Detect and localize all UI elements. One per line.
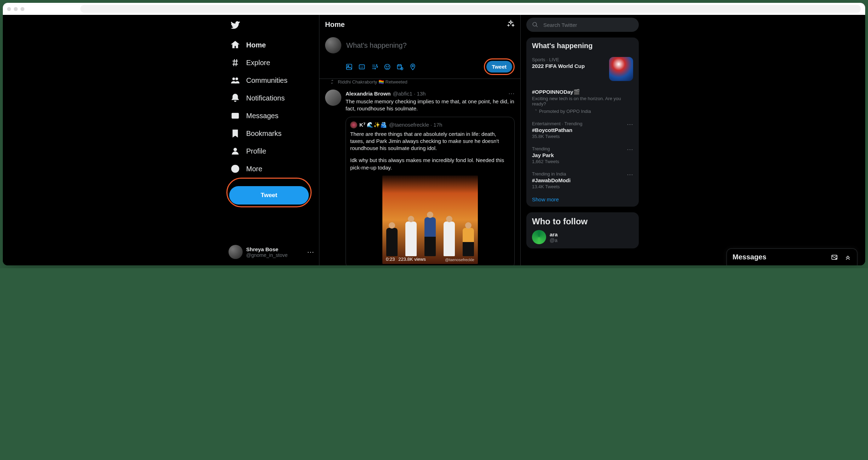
gif-icon[interactable]: GIF — [358, 63, 365, 70]
quote-video-thumbnail[interactable]: 0:23 223.8K views @taenosefreckle — [382, 176, 478, 264]
trend-more-button[interactable]: ⋯ — [627, 171, 633, 178]
sidebar-item-label: Messages — [246, 112, 278, 120]
account-handle: @gnome_in_stove — [246, 252, 288, 258]
location-icon[interactable] — [409, 63, 416, 70]
zoom-dot[interactable] — [21, 7, 24, 11]
browser-window: Home Explore Communities Notifications M… — [3, 3, 865, 265]
twitter-logo[interactable] — [226, 18, 316, 36]
trend-item[interactable]: Entertainment · Trending #BoycottPathan … — [532, 117, 633, 143]
sidebar-item-notifications[interactable]: Notifications — [226, 89, 316, 107]
svg-point-20 — [412, 65, 413, 67]
svg-point-0 — [232, 77, 235, 80]
tweet-author-name[interactable]: Alexandria Brown — [346, 91, 391, 97]
feed-item: Riddhi Chakraborty 🏳️‍🌈 Retweeted Alexan… — [319, 79, 520, 265]
schedule-icon[interactable] — [397, 63, 404, 70]
account-avatar — [228, 245, 243, 259]
search-input[interactable] — [543, 22, 633, 28]
quote-avatar — [350, 121, 357, 128]
svg-point-15 — [385, 64, 390, 69]
poll-icon[interactable] — [371, 63, 378, 70]
expand-drawer-icon[interactable] — [844, 254, 851, 261]
compose-avatar[interactable] — [325, 37, 341, 53]
panel-heading: Who to follow — [532, 217, 633, 226]
trend-item[interactable]: Trending Jay Park 1,662 Tweets ⋯ — [532, 143, 633, 168]
trend-more-button[interactable]: ⋯ — [627, 120, 633, 128]
tweet-author-handle[interactable]: @abfic1 · 13h — [393, 91, 426, 97]
sidebar-item-label: Communities — [246, 76, 288, 85]
sidebar-item-home[interactable]: Home — [226, 36, 316, 54]
svg-point-17 — [388, 66, 389, 67]
bookmark-icon — [231, 129, 240, 138]
sparkle-icon — [507, 20, 515, 28]
retweet-icon — [329, 79, 335, 85]
search-bar[interactable] — [526, 18, 639, 32]
sidebar-item-messages[interactable]: Messages — [226, 107, 316, 125]
new-message-icon[interactable] — [831, 254, 838, 261]
trend-lead[interactable]: Sports · LIVE 2022 FIFA World Cup — [532, 53, 633, 85]
account-more-icon: ⋯ — [307, 248, 314, 256]
emoji-icon[interactable] — [384, 63, 391, 70]
envelope-icon — [231, 111, 240, 120]
follow-suggestion[interactable]: ara @a — [532, 230, 633, 244]
panel-heading: What's happening — [532, 42, 633, 50]
svg-point-7 — [237, 168, 238, 169]
browser-titlebar — [3, 3, 865, 15]
twitter-bird-icon — [231, 21, 241, 31]
promoted-trend[interactable]: #OPPOINNODay🎬 Exciting new tech is on th… — [532, 85, 633, 117]
svg-point-6 — [235, 168, 236, 169]
tweet-more-button[interactable]: ⋯ — [508, 90, 515, 97]
minimize-dot[interactable] — [14, 7, 18, 11]
compose-tweet-button[interactable]: Tweet — [486, 61, 512, 73]
tutorial-highlight-inline-tweet: Tweet — [484, 58, 515, 75]
promoted-icon — [532, 109, 537, 114]
trend-more-button[interactable]: ⋯ — [627, 145, 633, 153]
account-switcher[interactable]: Shreya Bose @gnome_in_stove ⋯ — [226, 241, 316, 263]
trend-item[interactable]: Trending in India #JawabDoModi 13.4K Twe… — [532, 168, 633, 193]
media-icon[interactable] — [346, 63, 353, 70]
sidebar-tweet-button[interactable]: Tweet — [229, 186, 309, 205]
video-meta: 0:23 223.8K views — [386, 257, 426, 262]
communities-icon — [231, 76, 240, 85]
sidebar-item-more[interactable]: More — [226, 160, 316, 178]
follow-avatar — [532, 230, 546, 244]
sidebar-item-bookmarks[interactable]: Bookmarks — [226, 125, 316, 142]
whats-happening-panel: What's happening Sports · LIVE 2022 FIFA… — [526, 38, 639, 207]
tutorial-highlight-sidebar-tweet: Tweet — [226, 178, 312, 207]
video-views: 223.8K views — [398, 257, 426, 262]
svg-point-12 — [376, 64, 377, 65]
top-tweets-toggle[interactable] — [507, 20, 515, 29]
close-dot[interactable] — [7, 7, 11, 11]
svg-point-14 — [375, 68, 376, 69]
promo-desc: Exciting new tech is on the horizon. Are… — [532, 96, 633, 107]
follow-handle: @a — [550, 237, 558, 243]
hashtag-icon — [231, 58, 240, 67]
messages-drawer[interactable]: Messages — [727, 248, 857, 265]
svg-point-1 — [236, 77, 238, 80]
svg-point-5 — [233, 168, 234, 169]
show-more-link[interactable]: Show more — [532, 193, 633, 202]
profile-icon — [231, 146, 240, 156]
sidebar-item-label: Explore — [246, 59, 270, 67]
promo-title: #OPPOINNODay🎬 — [532, 89, 633, 95]
who-to-follow-panel: Who to follow ara @a — [526, 212, 639, 248]
url-bar[interactable] — [80, 5, 861, 13]
sidebar-item-label: Home — [246, 41, 266, 49]
retweet-context: Riddhi Chakraborty 🏳️‍🌈 Retweeted — [329, 79, 520, 85]
follow-name: ara — [550, 231, 558, 237]
page-title: Home — [325, 21, 345, 29]
tweet-avatar[interactable] — [325, 90, 341, 106]
sidebar-item-label: Notifications — [246, 94, 285, 102]
video-watermark: @taenosefreckle — [445, 258, 474, 262]
svg-point-13 — [377, 66, 378, 67]
quote-tweet-card[interactable]: K⁷ 🌊✨🫂 @taenosefreckle · 17h There are t… — [346, 117, 515, 266]
sidebar: Home Explore Communities Notifications M… — [224, 15, 319, 265]
sidebar-item-profile[interactable]: Profile — [226, 142, 316, 160]
sidebar-item-explore[interactable]: Explore — [226, 54, 316, 71]
trend-thumbnail — [609, 57, 633, 81]
sidebar-item-label: Profile — [246, 147, 266, 155]
account-name: Shreya Bose — [246, 246, 288, 252]
messages-drawer-title: Messages — [733, 253, 766, 261]
svg-point-9 — [348, 65, 349, 66]
compose-input[interactable] — [346, 37, 515, 53]
sidebar-item-communities[interactable]: Communities — [226, 71, 316, 89]
